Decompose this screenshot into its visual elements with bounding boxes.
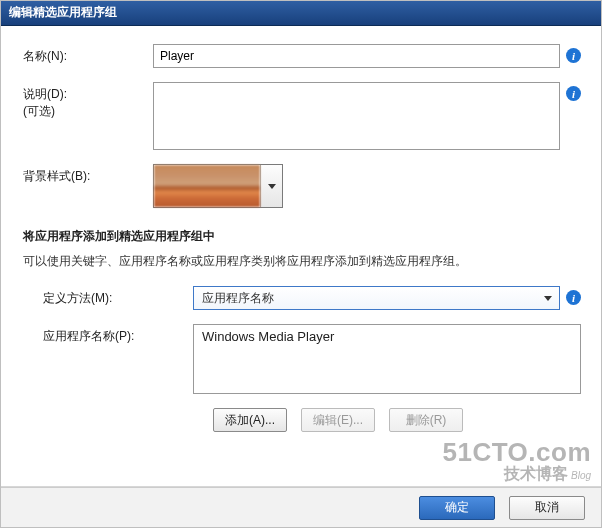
label-name: 名称(N): xyxy=(23,44,153,65)
watermark-line1: 51CTO.com xyxy=(442,439,591,466)
section-heading: 将应用程序添加到精选应用程序组中 xyxy=(23,228,581,245)
watermark-line2: 技术博客 xyxy=(504,465,568,482)
cancel-button[interactable]: 取消 xyxy=(509,496,585,520)
ok-button[interactable]: 确定 xyxy=(419,496,495,520)
row-name: 名称(N): i xyxy=(23,44,581,68)
label-bgstyle: 背景样式(B): xyxy=(23,164,153,185)
method-select[interactable]: 应用程序名称 xyxy=(193,286,560,310)
row-bgstyle: 背景样式(B): xyxy=(23,164,581,208)
watermark-blog: Blog xyxy=(571,470,591,481)
label-desc-text: 说明(D): xyxy=(23,86,153,103)
label-optional-text: (可选) xyxy=(23,103,153,120)
list-item[interactable]: Windows Media Player xyxy=(202,329,572,344)
label-appname: 应用程序名称(P): xyxy=(23,324,193,345)
info-icon[interactable]: i xyxy=(566,86,581,101)
name-input[interactable] xyxy=(153,44,560,68)
info-icon[interactable]: i xyxy=(566,48,581,63)
label-desc: 说明(D): (可选) xyxy=(23,82,153,120)
dialog-footer: 确定 取消 xyxy=(1,487,601,527)
delete-button: 删除(R) xyxy=(389,408,463,432)
background-style-picker[interactable] xyxy=(153,164,283,208)
dialog-window: 编辑精选应用程序组 名称(N): i 说明(D): (可选) i 背景样式(B)… xyxy=(0,0,602,528)
edit-button: 编辑(E)... xyxy=(301,408,375,432)
background-preview-image xyxy=(154,165,260,207)
title-bar: 编辑精选应用程序组 xyxy=(1,1,601,26)
add-button[interactable]: 添加(A)... xyxy=(213,408,287,432)
background-style-dropdown-button[interactable] xyxy=(260,165,282,207)
row-desc: 说明(D): (可选) i xyxy=(23,82,581,150)
dialog-title: 编辑精选应用程序组 xyxy=(9,5,117,19)
list-button-row: 添加(A)... 编辑(E)... 删除(R) xyxy=(213,408,581,432)
appname-listbox[interactable]: Windows Media Player xyxy=(193,324,581,394)
label-method: 定义方法(M): xyxy=(23,286,193,307)
chevron-down-icon xyxy=(541,296,555,301)
info-icon[interactable]: i xyxy=(566,290,581,305)
section-help-text: 可以使用关键字、应用程序名称或应用程序类别将应用程序添加到精选应用程序组。 xyxy=(23,253,581,270)
method-select-value: 应用程序名称 xyxy=(202,290,541,307)
dialog-body: 名称(N): i 说明(D): (可选) i 背景样式(B): xyxy=(1,26,601,432)
row-method: 定义方法(M): 应用程序名称 i xyxy=(23,286,581,310)
row-appname: 应用程序名称(P): Windows Media Player xyxy=(23,324,581,394)
desc-textarea[interactable] xyxy=(153,82,560,150)
watermark: 51CTO.com 技术博客 Blog xyxy=(442,439,591,483)
chevron-down-icon xyxy=(268,184,276,189)
